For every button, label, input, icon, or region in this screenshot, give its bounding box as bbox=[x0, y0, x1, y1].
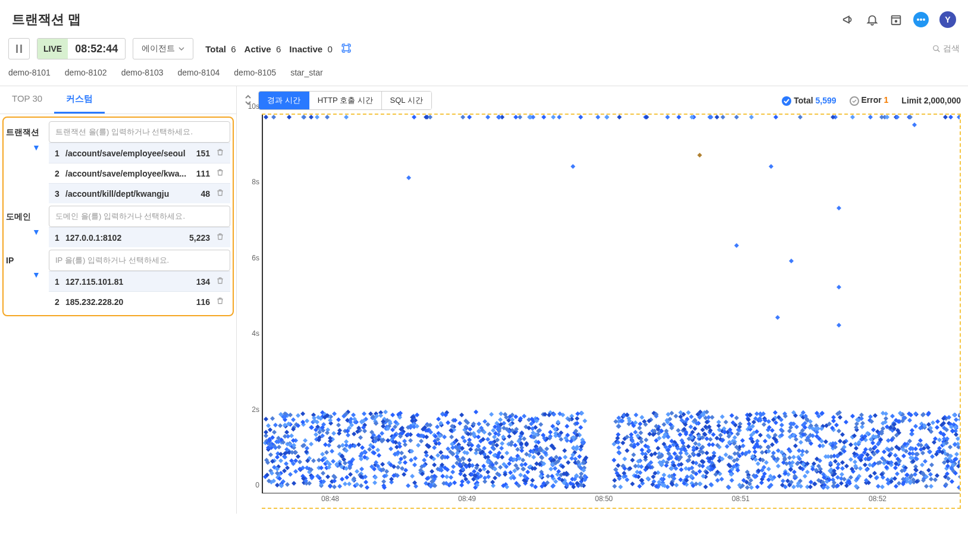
tab-custom[interactable]: 커스텀 bbox=[54, 86, 105, 114]
collapse-tx-icon[interactable]: ▼ bbox=[32, 143, 40, 152]
scatter-point bbox=[897, 481, 901, 486]
filter-row[interactable]: 1127.0.0.1:81025,223 bbox=[49, 227, 230, 247]
scatter-point bbox=[636, 459, 641, 464]
search-button[interactable]: 검색 bbox=[932, 43, 960, 54]
scatter-point bbox=[630, 439, 635, 443]
scatter-point bbox=[386, 426, 390, 431]
scatter-point bbox=[914, 457, 919, 461]
more-icon[interactable] bbox=[913, 12, 929, 27]
scatter-point bbox=[828, 468, 832, 473]
filter-row[interactable]: 2/account/save/employee/kwa...111 bbox=[49, 163, 230, 183]
scatter-point bbox=[766, 419, 771, 424]
scatter-point bbox=[640, 478, 644, 483]
scatter-point bbox=[556, 469, 561, 474]
scatter-point bbox=[953, 471, 958, 476]
scatter-point bbox=[525, 476, 530, 481]
scatter-point bbox=[406, 175, 411, 180]
agent-item[interactable]: demo-8101 bbox=[8, 68, 51, 77]
tab-top30[interactable]: TOP 30 bbox=[0, 86, 54, 114]
scatter-point bbox=[704, 451, 709, 455]
delete-icon[interactable] bbox=[216, 148, 224, 158]
scatter-point bbox=[371, 433, 376, 438]
scatter-point bbox=[344, 115, 349, 119]
scatter-point bbox=[362, 449, 367, 454]
scatter-point bbox=[346, 433, 350, 438]
tab-elapsed[interactable]: 경과 시간 bbox=[259, 92, 309, 109]
avatar[interactable]: Y bbox=[939, 11, 956, 28]
agent-dropdown[interactable]: 에이전트 bbox=[133, 38, 193, 59]
scatter-point bbox=[729, 478, 734, 483]
scatter-point bbox=[900, 468, 904, 473]
tab-http[interactable]: HTTP 호출 시간 bbox=[309, 92, 382, 109]
scatter-point bbox=[879, 115, 884, 119]
scatter-point bbox=[668, 417, 672, 421]
collapse-ip-icon[interactable]: ▼ bbox=[32, 270, 40, 279]
scatter-point bbox=[776, 464, 781, 468]
scatter-point bbox=[850, 115, 855, 119]
calendar-icon[interactable] bbox=[889, 13, 903, 26]
scatter-point bbox=[277, 445, 281, 449]
scatter-point bbox=[268, 427, 272, 432]
scatter-point bbox=[674, 483, 679, 487]
scatter-point bbox=[773, 115, 778, 119]
agent-item[interactable]: demo-8105 bbox=[234, 68, 276, 77]
scatter-point bbox=[634, 474, 638, 479]
scatter-point bbox=[640, 451, 645, 456]
delete-icon[interactable] bbox=[216, 168, 224, 178]
scatter-point bbox=[631, 452, 636, 457]
scatter-point bbox=[953, 442, 957, 447]
agent-item[interactable]: demo-8104 bbox=[177, 68, 220, 77]
scatter-point bbox=[617, 451, 622, 455]
scatter-point bbox=[480, 449, 485, 454]
delete-icon[interactable] bbox=[216, 276, 224, 287]
scatter-point bbox=[706, 415, 711, 420]
filter-row[interactable]: 1/account/save/employee/seoul151 bbox=[49, 143, 230, 163]
scatter-point bbox=[356, 426, 361, 430]
scatter-point bbox=[319, 465, 324, 470]
filter-tx-input[interactable]: 트랜잭션 을(를) 입력하거나 선택하세요. bbox=[49, 121, 230, 143]
scatter-chart[interactable]: 02s4s6s8s10s 08:4808:4908:5008:5108:52 bbox=[262, 114, 961, 509]
scatter-point bbox=[691, 445, 696, 450]
scatter-point bbox=[389, 477, 394, 482]
search-icon bbox=[932, 45, 941, 53]
filter-ip-input[interactable]: IP 을(를) 입력하거나 선택하세요. bbox=[49, 250, 230, 271]
scatter-point bbox=[270, 459, 275, 464]
scatter-point bbox=[653, 471, 657, 476]
scatter-point bbox=[688, 424, 693, 429]
scatter-point bbox=[734, 416, 739, 420]
filter-domain-input[interactable]: 도메인 을(를) 입력하거나 선택하세요. bbox=[49, 206, 230, 227]
scatter-point bbox=[697, 452, 701, 457]
scatter-point bbox=[860, 453, 864, 458]
live-time-box[interactable]: LIVE 08:52:44 bbox=[37, 38, 126, 59]
agent-item[interactable]: star_star bbox=[290, 68, 322, 77]
scatter-point bbox=[324, 450, 329, 455]
scatter-point bbox=[879, 431, 884, 436]
scatter-point bbox=[822, 475, 826, 480]
scatter-point bbox=[466, 432, 471, 436]
delete-icon[interactable] bbox=[216, 188, 224, 199]
scatter-point bbox=[788, 421, 793, 426]
agent-item[interactable]: demo-8102 bbox=[65, 68, 107, 77]
scatter-point bbox=[628, 466, 632, 471]
filter-row[interactable]: 1127.115.101.81134 bbox=[49, 271, 230, 291]
agent-item[interactable]: demo-8103 bbox=[121, 68, 164, 77]
collapse-domain-icon[interactable]: ▼ bbox=[32, 227, 40, 237]
scatter-point bbox=[753, 474, 757, 479]
announce-icon[interactable] bbox=[842, 13, 855, 26]
scatter-point bbox=[410, 474, 415, 479]
scatter-point bbox=[292, 443, 296, 448]
scatter-point bbox=[336, 423, 341, 427]
filter-row[interactable]: 3/account/kill/dept/kwangju48 bbox=[49, 183, 230, 203]
delete-icon[interactable] bbox=[216, 297, 224, 307]
filter-row[interactable]: 2185.232.228.20116 bbox=[49, 291, 230, 312]
delete-icon[interactable] bbox=[216, 232, 224, 243]
scatter-point bbox=[752, 445, 757, 450]
tab-sql[interactable]: SQL 시간 bbox=[382, 92, 431, 109]
bell-icon[interactable] bbox=[866, 13, 879, 26]
scatter-point bbox=[701, 460, 706, 464]
scatter-point bbox=[499, 411, 503, 416]
target-icon[interactable] bbox=[341, 43, 352, 55]
pause-button[interactable] bbox=[8, 38, 30, 59]
scatter-point bbox=[485, 422, 490, 427]
scatter-point bbox=[933, 477, 938, 482]
